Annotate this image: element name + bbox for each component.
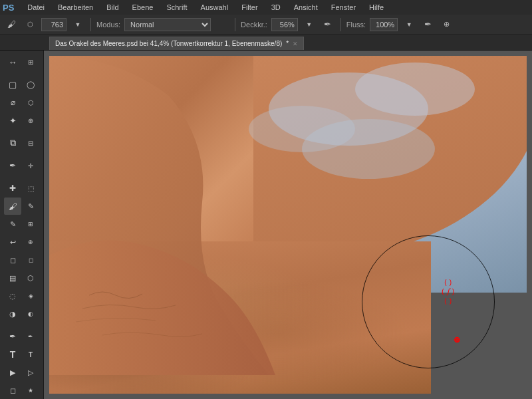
- document-tab[interactable]: Das Orakel des Meeres.psd bei 41,4% (Ton…: [49, 37, 304, 50]
- patch-btn[interactable]: ⬚: [22, 180, 39, 197]
- menu-hilfe[interactable]: Hilfe: [366, 3, 386, 11]
- sharpen-btn[interactable]: ◈: [22, 287, 39, 305]
- skin-texture: [49, 241, 431, 394]
- poly-lasso-btn[interactable]: ⬡: [22, 94, 39, 111]
- sep3: [340, 18, 341, 31]
- ellipse-marquee-btn[interactable]: ◯: [22, 76, 39, 93]
- brush-ind-paren-open-1: (: [444, 279, 446, 286]
- brush-tool-icon[interactable]: 🖌: [4, 17, 19, 32]
- artboard-tool-btn[interactable]: ⊞: [22, 53, 39, 70]
- bg-eraser-btn[interactable]: ◻: [22, 251, 39, 269]
- menu-filter[interactable]: Filter: [239, 3, 260, 11]
- history-tools: ↩ ⊕: [4, 233, 39, 251]
- pressure-size-icon[interactable]: ⊕: [439, 17, 454, 32]
- eraser-btn[interactable]: ◻: [4, 251, 21, 269]
- rect-marquee-btn[interactable]: ▢: [4, 76, 21, 93]
- sep1: [90, 18, 91, 31]
- pencil-btn[interactable]: ✎: [22, 198, 39, 215]
- lasso-tools: ⌀ ⬡: [4, 94, 39, 111]
- clone-btn[interactable]: ✎: [4, 215, 21, 233]
- menu-3d[interactable]: 3D: [269, 3, 283, 11]
- eyedropper-btn[interactable]: ✒: [4, 157, 21, 174]
- flow-label: Fluss:: [346, 21, 366, 29]
- canvas-area[interactable]: ( ) ( ʃ ) ( ) ⊕: [44, 51, 532, 399]
- dodge-btn[interactable]: ◑: [4, 305, 21, 323]
- burn-btn[interactable]: ◐: [22, 305, 39, 323]
- color-sampler-btn[interactable]: ✛: [22, 157, 39, 174]
- menu-datei[interactable]: Datei: [25, 3, 47, 11]
- shape-btn[interactable]: ◻: [4, 382, 21, 399]
- menu-ansicht[interactable]: Ansicht: [291, 3, 321, 11]
- brush-preset-picker[interactable]: ⬡: [23, 17, 37, 32]
- airbrush-toggle[interactable]: ✒: [420, 17, 435, 32]
- brush-ind-paren-open-2: (: [442, 287, 444, 296]
- pen-btn[interactable]: ✒: [4, 328, 21, 345]
- pattern-stamp-btn[interactable]: ⊞: [22, 215, 39, 233]
- text-btn[interactable]: T: [4, 346, 21, 363]
- opacity-input[interactable]: [271, 18, 298, 31]
- brush-crosshair: ⊕: [454, 335, 460, 344]
- menu-ebene[interactable]: Ebene: [130, 3, 156, 11]
- brush-ind-s-char: ʃ: [447, 287, 450, 296]
- eyedropper-tools: ✒ ✛: [4, 157, 39, 174]
- crop-btn[interactable]: ⧉: [4, 134, 21, 152]
- crop-tools: ⧉ ⊟: [4, 134, 39, 152]
- slice-btn[interactable]: ⊟: [22, 134, 39, 152]
- brush-ind-paren-close-2: ): [452, 287, 455, 296]
- sep2: [235, 18, 235, 31]
- opacity-arrow[interactable]: ▼: [302, 17, 317, 32]
- menu-schrift[interactable]: Schrift: [164, 3, 190, 11]
- menu-bar: PS Datei Bearbeiten Bild Ebene Schrift A…: [0, 0, 532, 15]
- lasso-btn[interactable]: ⌀: [4, 94, 21, 111]
- ps-logo: PS: [3, 3, 14, 13]
- tab-bar: Das Orakel des Meeres.psd bei 41,4% (Ton…: [0, 35, 532, 51]
- gradient-btn[interactable]: ▤: [4, 269, 21, 287]
- tab-title: Das Orakel des Meeres.psd bei 41,4% (Ton…: [55, 40, 282, 47]
- tab-close-btn[interactable]: ✕: [293, 41, 298, 47]
- brush-size-arrow[interactable]: ▼: [70, 17, 85, 32]
- move-tool-btn[interactable]: ↔: [4, 53, 21, 70]
- menu-auswahl[interactable]: Auswahl: [198, 3, 231, 11]
- flow-input[interactable]: [370, 18, 398, 31]
- path-select-btn[interactable]: ▶: [4, 364, 21, 381]
- brush-ind-row-1: ( ): [444, 279, 452, 286]
- brush-overlay-indicators: ( ) ( ʃ ) ( ): [442, 279, 454, 305]
- top-toolbar: 🖌 ⬡ 763 ▼ Modus: Normal Deckkr.: ▼ ✒ Flu…: [0, 15, 532, 35]
- mode-select[interactable]: Normal: [124, 18, 211, 31]
- opacity-airbrush-icon[interactable]: ✒: [321, 17, 335, 32]
- paint-bucket-btn[interactable]: ⬡: [22, 269, 39, 287]
- select-tools: ▢ ◯: [4, 76, 39, 93]
- brush-tools: 🖌 ✎: [4, 198, 39, 215]
- focus-tools: ◌ ◈: [4, 287, 39, 305]
- path-tools: ▶ ▷: [4, 364, 39, 381]
- tonal-tools: ◑ ◐: [4, 305, 39, 323]
- left-toolbar: ↔ ⊞ ▢ ◯ ⌀ ⬡ ✦ ⊕ ⧉ ⊟ ✒ ✛ ✚ ⬚ 🖌 ✎ ✎ ⊞ ↩ ⊕ …: [0, 51, 44, 399]
- menu-bearbeiten[interactable]: Bearbeiten: [55, 3, 96, 11]
- brush-ind-row-2: ( ʃ ): [442, 287, 454, 296]
- history-brush-btn[interactable]: ↩: [4, 233, 21, 251]
- brush-btn[interactable]: 🖌: [4, 198, 21, 215]
- clone-tools: ✎ ⊞: [4, 215, 39, 233]
- flow-arrow[interactable]: ▼: [402, 17, 416, 32]
- heal-btn[interactable]: ✚: [4, 180, 21, 197]
- custom-shape-btn[interactable]: ★: [22, 382, 39, 399]
- shape-tools: ◻ ★: [4, 382, 39, 399]
- menu-fenster[interactable]: Fenster: [329, 3, 358, 11]
- quick-sel-btn[interactable]: ⊕: [22, 112, 39, 129]
- wand-btn[interactable]: ✦: [4, 112, 21, 129]
- menu-bild[interactable]: Bild: [104, 3, 121, 11]
- fill-tools: ▤ ⬡: [4, 269, 39, 287]
- vertical-text-btn[interactable]: T: [22, 346, 39, 363]
- opacity-label: Deckkr.:: [241, 21, 267, 29]
- brush-size-input[interactable]: 763: [41, 18, 66, 31]
- canvas-content: ( ) ( ʃ ) ( ) ⊕: [49, 56, 527, 394]
- freeform-pen-btn[interactable]: ✒: [22, 328, 39, 345]
- mode-label: Modus:: [96, 21, 120, 29]
- heal-tools: ✚ ⬚: [4, 180, 39, 197]
- mode-arrow[interactable]: [215, 17, 229, 32]
- brush-ind-paren-close-3: ): [450, 297, 452, 305]
- art-history-btn[interactable]: ⊕: [22, 233, 39, 251]
- blur-btn[interactable]: ◌: [4, 287, 21, 305]
- eraser-tools: ◻ ◻: [4, 251, 39, 269]
- direct-select-btn[interactable]: ▷: [22, 364, 39, 381]
